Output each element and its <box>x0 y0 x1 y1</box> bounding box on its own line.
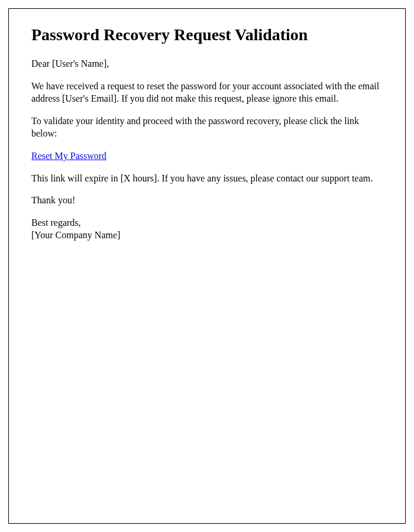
thankyou-text: Thank you! <box>31 194 383 207</box>
regards-text: Best regards, [Your Company Name] <box>31 216 383 242</box>
regards-line: Best regards, <box>31 218 81 228</box>
expiry-paragraph: This link will expire in [X hours]. If y… <box>31 172 383 185</box>
intro-paragraph: We have received a request to reset the … <box>31 80 383 105</box>
reset-password-link[interactable]: Reset My Password <box>31 151 106 161</box>
company-name: [Your Company Name] <box>31 230 120 240</box>
page-title: Password Recovery Request Validation <box>31 25 383 44</box>
reset-link-paragraph: Reset My Password <box>31 150 383 163</box>
document-container: Password Recovery Request Validation Dea… <box>8 8 406 524</box>
greeting-text: Dear [User's Name], <box>31 57 383 70</box>
instruction-paragraph: To validate your identity and proceed wi… <box>31 115 383 140</box>
